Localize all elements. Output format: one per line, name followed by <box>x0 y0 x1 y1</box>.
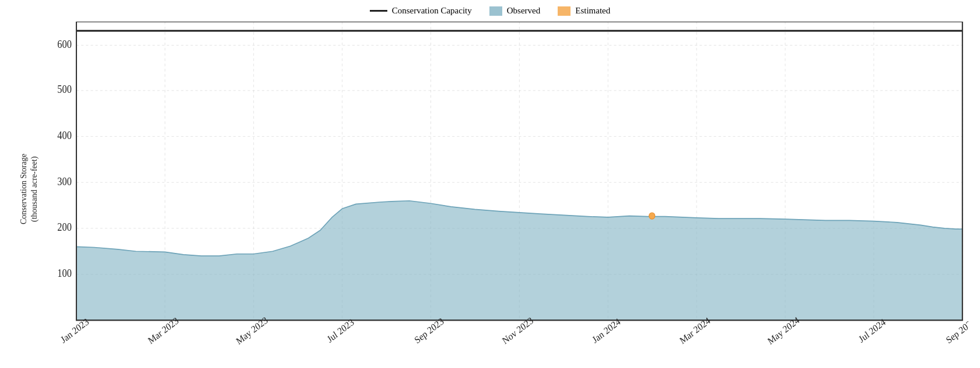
chart-svg: 100 200 300 400 500 600 <box>47 22 968 356</box>
y-axis-label: Conservation Storage(thousand acre-feet) <box>12 22 47 356</box>
chart-inner: 100 200 300 400 500 600 <box>47 22 968 356</box>
legend-conservation-capacity: Conservation Capacity <box>370 6 472 16</box>
svg-text:600: 600 <box>57 39 71 50</box>
legend-estimated-icon <box>558 6 570 16</box>
svg-text:100: 100 <box>57 268 71 279</box>
chart-container: Conservation Capacity Observed Estimated… <box>0 0 980 368</box>
legend-line-icon <box>370 10 387 12</box>
estimated-dot <box>649 213 655 219</box>
legend-observed-label: Observed <box>507 6 540 16</box>
svg-text:300: 300 <box>57 176 71 188</box>
legend-observed-icon <box>489 6 502 16</box>
svg-text:200: 200 <box>57 222 71 234</box>
legend-estimated: Estimated <box>558 6 610 16</box>
legend-conservation-capacity-label: Conservation Capacity <box>392 6 472 16</box>
legend: Conservation Capacity Observed Estimated <box>370 6 611 16</box>
svg-text:400: 400 <box>57 130 71 141</box>
chart-area: Conservation Storage(thousand acre-feet) <box>12 22 968 356</box>
legend-observed: Observed <box>489 6 540 16</box>
svg-text:Jan 2023: Jan 2023 <box>59 316 90 345</box>
legend-estimated-label: Estimated <box>575 6 610 16</box>
svg-text:500: 500 <box>57 84 71 96</box>
